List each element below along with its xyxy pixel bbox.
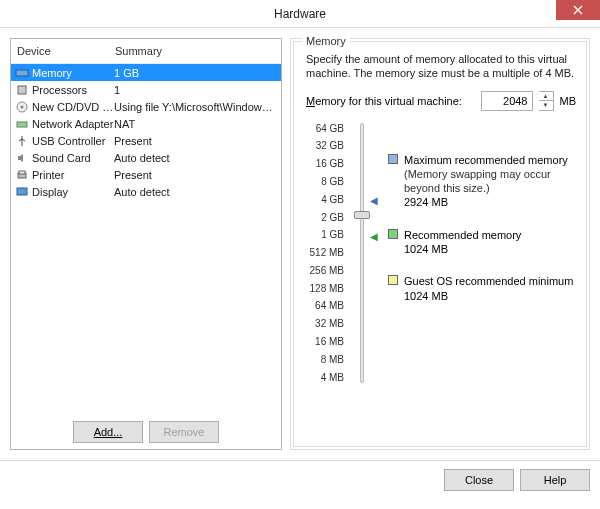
device-name: Memory xyxy=(32,67,114,79)
window-close-button[interactable] xyxy=(556,0,600,20)
device-row-net[interactable]: Network AdapterNAT xyxy=(11,115,281,132)
legend-max: Maximum recommended memory (Memory swapp… xyxy=(388,153,576,210)
tick-label: 64 MB xyxy=(306,300,344,311)
svg-point-3 xyxy=(21,105,24,108)
device-row-processors[interactable]: Processors1 xyxy=(11,81,281,98)
device-name: Network Adapter xyxy=(32,118,114,130)
memory-icon xyxy=(14,66,30,80)
close-button[interactable]: Close xyxy=(444,469,514,491)
memory-slider-area: 64 GB32 GB16 GB8 GB4 GB2 GB1 GB512 MB256… xyxy=(306,123,576,383)
tick-label: 16 MB xyxy=(306,336,344,347)
window-title: Hardware xyxy=(274,7,326,21)
content-area: Device Summary Memory1 GBProcessors1New … xyxy=(0,28,600,460)
display-icon xyxy=(14,185,30,199)
memory-spinner[interactable]: ▲ ▼ xyxy=(539,91,554,111)
remove-button: Remove xyxy=(149,421,219,443)
svg-rect-7 xyxy=(17,188,27,195)
device-name: Display xyxy=(32,186,114,198)
help-button[interactable]: Help xyxy=(520,469,590,491)
device-buttons: Add... Remove xyxy=(11,415,281,449)
device-summary: 1 xyxy=(114,84,278,96)
legend-rec-title: Recommended memory xyxy=(404,228,521,242)
memory-label: Memory for this virtual machine: xyxy=(306,95,462,107)
square-yellow-icon xyxy=(388,275,398,285)
marker-rec-icon: ◀ xyxy=(370,231,378,242)
tick-label: 1 GB xyxy=(306,229,344,240)
column-summary: Summary xyxy=(115,45,277,57)
legend-min-title: Guest OS recommended minimum xyxy=(404,274,573,288)
legend-rec-value: 1024 MB xyxy=(404,242,521,256)
svg-rect-4 xyxy=(17,122,27,127)
column-device: Device xyxy=(17,45,115,57)
memory-description: Specify the amount of memory allocated t… xyxy=(306,52,576,81)
device-summary: Present xyxy=(114,169,278,181)
tick-label: 32 MB xyxy=(306,318,344,329)
legend-rec: Recommended memory 1024 MB xyxy=(388,228,576,257)
device-list[interactable]: Memory1 GBProcessors1New CD/DVD (...Usin… xyxy=(11,64,281,415)
legend-min-value: 1024 MB xyxy=(404,289,573,303)
device-panel: Device Summary Memory1 GBProcessors1New … xyxy=(10,38,282,450)
memory-slider-thumb[interactable] xyxy=(354,211,370,219)
network-icon xyxy=(14,117,30,131)
tick-label: 32 GB xyxy=(306,140,344,151)
title-bar: Hardware xyxy=(0,0,600,28)
tick-label: 8 GB xyxy=(306,176,344,187)
square-green-icon xyxy=(388,229,398,239)
tick-label: 4 MB xyxy=(306,372,344,383)
memory-group: Memory Specify the amount of memory allo… xyxy=(293,41,587,447)
spinner-down-icon[interactable]: ▼ xyxy=(539,101,553,110)
memory-group-title: Memory xyxy=(302,35,350,47)
square-blue-icon xyxy=(388,154,398,164)
usb-icon xyxy=(14,134,30,148)
device-row-display[interactable]: DisplayAuto detect xyxy=(11,183,281,200)
device-summary: Auto detect xyxy=(114,152,278,164)
memory-legends: Maximum recommended memory (Memory swapp… xyxy=(376,123,576,383)
memory-ticks: 64 GB32 GB16 GB8 GB4 GB2 GB1 GB512 MB256… xyxy=(306,123,348,383)
device-row-memory[interactable]: Memory1 GB xyxy=(11,64,281,81)
device-summary: Using file Y:\Microsoft\Windows 8\... xyxy=(114,101,278,113)
settings-panel: Memory Specify the amount of memory allo… xyxy=(290,38,590,450)
device-summary: 1 GB xyxy=(114,67,278,79)
tick-label: 8 MB xyxy=(306,354,344,365)
svg-rect-1 xyxy=(18,86,26,94)
memory-input[interactable] xyxy=(481,91,533,111)
disc-icon xyxy=(14,100,30,114)
device-name: Processors xyxy=(32,84,114,96)
device-row-sound[interactable]: Sound CardAuto detect xyxy=(11,149,281,166)
device-name: USB Controller xyxy=(32,135,114,147)
legend-min: Guest OS recommended minimum 1024 MB xyxy=(388,274,576,303)
tick-label: 2 GB xyxy=(306,212,344,223)
sound-icon xyxy=(14,151,30,165)
dialog-button-bar: Close Help xyxy=(0,460,600,498)
tick-label: 512 MB xyxy=(306,247,344,258)
add-button[interactable]: Add... xyxy=(73,421,143,443)
tick-label: 16 GB xyxy=(306,158,344,169)
device-name: New CD/DVD (... xyxy=(32,101,114,113)
device-row-cddvd[interactable]: New CD/DVD (...Using file Y:\Microsoft\W… xyxy=(11,98,281,115)
tick-label: 4 GB xyxy=(306,194,344,205)
marker-max-icon: ◀ xyxy=(370,195,378,206)
legend-max-value: 2924 MB xyxy=(404,195,576,209)
tick-label: 128 MB xyxy=(306,283,344,294)
legend-max-note: (Memory swapping may occur beyond this s… xyxy=(404,167,576,196)
spinner-up-icon[interactable]: ▲ xyxy=(539,92,553,102)
legend-max-title: Maximum recommended memory xyxy=(404,153,576,167)
close-icon xyxy=(573,5,583,15)
memory-unit: MB xyxy=(560,95,577,107)
svg-rect-6 xyxy=(19,171,25,174)
printer-icon xyxy=(14,168,30,182)
device-summary: Present xyxy=(114,135,278,147)
tick-label: 64 GB xyxy=(306,123,344,134)
tick-label: 256 MB xyxy=(306,265,344,276)
memory-input-row: Memory for this virtual machine: ▲ ▼ MB xyxy=(306,91,576,111)
svg-rect-0 xyxy=(16,70,28,76)
memory-track[interactable]: ◀ ◀ xyxy=(352,123,372,383)
device-list-header: Device Summary xyxy=(11,39,281,64)
cpu-icon xyxy=(14,83,30,97)
device-name: Sound Card xyxy=(32,152,114,164)
device-row-usb[interactable]: USB ControllerPresent xyxy=(11,132,281,149)
device-row-printer[interactable]: PrinterPresent xyxy=(11,166,281,183)
device-summary: NAT xyxy=(114,118,278,130)
device-summary: Auto detect xyxy=(114,186,278,198)
device-name: Printer xyxy=(32,169,114,181)
